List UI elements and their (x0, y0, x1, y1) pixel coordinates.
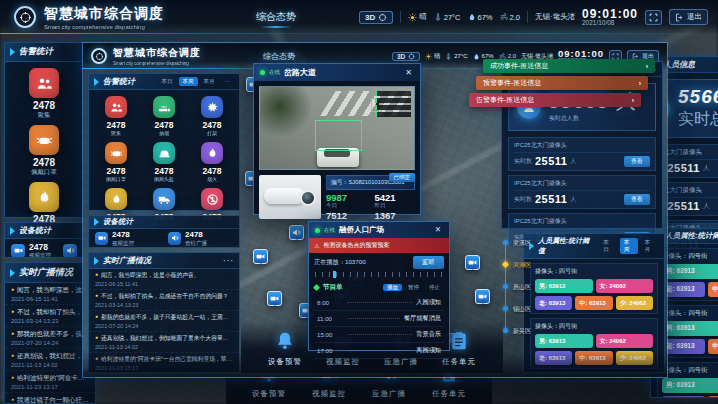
chevron-right-icon: › (632, 97, 634, 104)
close-icon[interactable]: ✕ (433, 226, 443, 234)
exit-button[interactable]: 退出 (669, 9, 708, 25)
location-label: 无锡·鼋头渚 (535, 12, 575, 22)
alarm-tile-smoking[interactable]: 2478抽烟 (141, 96, 187, 137)
listen-button[interactable]: 监听 (413, 256, 444, 269)
device-stat-video[interactable]: 2478视频监控 (95, 231, 160, 246)
broadcast-item[interactable]: 闻言，我当即深思，这是小薇的声音。 2021-06-15 11:41 (89, 269, 239, 290)
stat-chip: 老: 63913 (535, 296, 572, 310)
region-node[interactable]: 惠山区 (503, 283, 531, 292)
tab-month[interactable]: 本月 (640, 238, 659, 254)
camera-video-popup: 在线 岔路大道 ✕ 已绑定 编号：SJ0821010103C5081 (253, 63, 421, 215)
clock: 09:01:00 2021/10/08 (582, 8, 638, 27)
time-value: 09:01:00 (582, 8, 638, 20)
view-button[interactable]: 查看 (624, 156, 650, 167)
clipboard-icon (449, 331, 469, 351)
schedule-row[interactable]: 15:00 背景音乐 (314, 327, 444, 343)
popup-title: 融侨人口广场 (339, 225, 384, 235)
broadcast-item[interactable]: 那我的也就差不多，孩子只要站起儿一站，王震之气篇… 2021-07-20 14:… (89, 311, 239, 332)
weather-wind: 2.0 (500, 13, 520, 22)
alarm-tile-smoke-fire[interactable]: 2478烟火 (189, 142, 235, 183)
stat-chip: 女: 24062 (596, 334, 654, 348)
camera-map-marker[interactable] (465, 255, 480, 270)
region-timeline: 梁溪区 滨湖区 惠山区 锡山区 新吴区 (503, 239, 531, 336)
camera-icon (11, 244, 25, 258)
device-stat-video[interactable]: 2478视频监控 (11, 243, 55, 258)
alarm-tile-mask[interactable]: 2478佩戴口罩 (93, 142, 139, 183)
tab-overview[interactable]: 综合态势 (256, 10, 296, 24)
stat-chip: 男: 63913 (662, 264, 718, 279)
tab-month[interactable]: 本月 (200, 77, 219, 86)
now-playing: 正在播放：103700 (314, 258, 366, 267)
period-tabs: 本日 本周 本月 ··· (158, 77, 235, 86)
schedule-row[interactable]: 17:00 离园须知 (314, 343, 444, 359)
more-menu-icon[interactable]: ··· (221, 77, 235, 86)
tab-day[interactable]: 本日 (599, 238, 618, 254)
speaker-map-marker[interactable] (289, 225, 304, 240)
alarm-tile-helmet[interactable]: 2478佩戴头盔 (141, 142, 187, 183)
tab-week[interactable]: 本周 (620, 238, 639, 254)
online-status: 在线 (324, 227, 335, 234)
broadcast-item[interactable]: 我通过镜子向一颗心狂展示一点的不可这的姿态模样… 2021-11-25 13:3… (5, 393, 95, 404)
schedule-row[interactable]: 8:00 入园须知 (314, 295, 444, 311)
app-subtitle: Smart city comprehensive dispatching (44, 23, 154, 29)
app-brand: 智慧城市综合调度 Smart city comprehensive dispat… (44, 5, 164, 30)
region-node[interactable]: 新吴区 (503, 327, 531, 336)
device-stats-panel: 设备统计 2478视频监控 2478音柱广播 (88, 215, 240, 248)
control-pause[interactable]: 暂停 (404, 284, 423, 291)
device-stat-speaker[interactable]: 2478音柱广播 (168, 231, 233, 246)
bound-badge[interactable]: 已绑定 (389, 173, 416, 182)
plaza-broadcast-popup: 在线 融侨人口广场 ✕ ⚠ 检测设备热点的预警预案 正在播放：103700 监听… (308, 221, 450, 351)
mode-3d-toggle[interactable]: 3D (359, 11, 393, 24)
close-icon[interactable]: ✕ (403, 69, 414, 77)
control-play[interactable]: 播放 (383, 284, 402, 291)
stat-chip: 中: 63913 (708, 282, 718, 297)
panel-title: 人员属性:统计阈值 (538, 236, 595, 256)
alarm-tile-fight[interactable]: 2478打架 (189, 96, 235, 137)
alarm-tile-gather[interactable]: 2478聚集 (93, 96, 139, 137)
tab-day[interactable]: 本日 (158, 77, 177, 86)
wind-icon (500, 13, 508, 21)
alarm-tile[interactable]: 2478 佩戴口罩 (9, 125, 79, 177)
schedule-list: 8:00 入园须知 11:00 餐厅就餐消息 15:00 背景音乐 17:00 … (314, 295, 444, 359)
mask-icon (29, 125, 59, 155)
toast-danger[interactable]: 告警事件-推送信息› (469, 93, 641, 107)
cigarette-icon (153, 96, 175, 118)
stat-chip: 中: 63913 (708, 339, 718, 354)
tab-week[interactable]: 本周 (179, 77, 198, 86)
toast-warning[interactable]: 预警事件-推送信息› (476, 76, 648, 90)
chevron-right-icon: › (646, 63, 648, 70)
camera-map-marker[interactable] (253, 249, 268, 264)
fire-icon (105, 188, 127, 210)
dispatch-window: 智慧城市综合调度 Smart city comprehensive dispat… (82, 42, 668, 378)
stat-chip: 女: 24062 (596, 279, 654, 293)
toolbar-device-alert[interactable]: 设备预警 (268, 331, 302, 367)
control-stop[interactable]: 停止 (425, 284, 444, 291)
region-node[interactable]: 锡山区 (503, 305, 531, 314)
alarm-tile[interactable]: 2478 聚集 (9, 68, 79, 120)
camera-map-marker[interactable] (267, 291, 282, 306)
more-menu-icon[interactable]: ··· (223, 256, 234, 265)
camera-map-marker[interactable] (475, 289, 490, 304)
stat-chip: 男: 63913 (662, 378, 718, 393)
view-button[interactable]: 查看 (624, 194, 650, 205)
burst-icon (201, 96, 223, 118)
video-feed[interactable] (259, 86, 415, 170)
fullscreen-button[interactable] (645, 10, 662, 25)
broadcast-item[interactable]: 不过，我却拍了拍头，总感还在干自不自的问题？ 2021-03-14 13:23 (89, 290, 239, 311)
sun-icon (408, 13, 417, 22)
camera-device-photo (259, 175, 321, 219)
mode-3d-toggle[interactable]: 3D (392, 52, 420, 61)
progress-knob[interactable] (333, 271, 336, 278)
region-node-active[interactable]: 滨湖区 (503, 261, 531, 270)
playback-progress[interactable] (315, 272, 443, 277)
tab-overview[interactable]: 综合态势 (263, 51, 295, 62)
attr-group: 摄像头：四号街 男: 63913 女: 24062 老: 63913 中: 63… (530, 263, 658, 314)
broadcast-item[interactable]: 还真别说，我幻想过，倒知晓圆了里来个大容量储备… 2021-11-13 14:0… (89, 332, 239, 353)
schedule-row[interactable]: 11:00 餐厅就餐消息 (314, 311, 444, 327)
region-node[interactable]: 梁溪区 (503, 239, 531, 248)
detection-box (315, 120, 361, 151)
alarm-tiles: 2478 聚集 2478 佩戴口罩 2478 火灾 (5, 62, 83, 240)
toast-success[interactable]: 成功事件-推送信息› (483, 59, 655, 73)
droplet-icon (473, 53, 480, 60)
bell-icon (275, 331, 295, 351)
